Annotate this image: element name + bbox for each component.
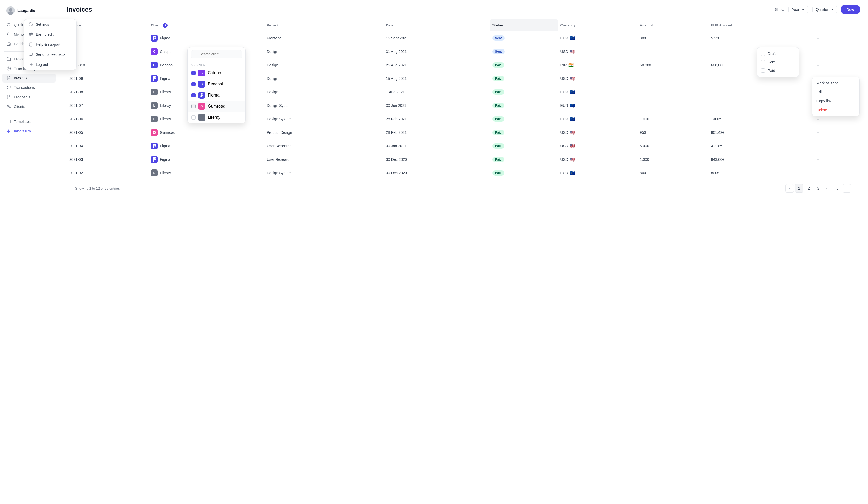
col-status[interactable]: Status: [490, 19, 558, 31]
user-menu-trigger[interactable]: Laugardie ···: [2, 4, 56, 17]
cell-currency: USD 🇺🇸: [558, 153, 637, 166]
menu-item-help[interactable]: Help & support: [24, 39, 76, 50]
menu-item-feedback[interactable]: Send us feedback: [24, 50, 76, 60]
cell-row-actions: ···: [811, 59, 859, 72]
client-avatar-gumroad: G: [198, 103, 205, 110]
client-search-box: [188, 47, 245, 61]
sidebar-item-transactions[interactable]: Transactions: [2, 83, 56, 92]
client-option-figma[interactable]: Figma: [188, 90, 245, 101]
status-badge: Sent: [493, 49, 505, 54]
status-label-paid: Paid: [768, 69, 775, 73]
table-row: 2021-07 L Liferay Design System 30 Jun 2…: [67, 99, 859, 112]
table-row: 2021-010 B Beecool Design 25 Aug 2021 Pa…: [67, 59, 859, 72]
client-search-input[interactable]: [191, 50, 242, 58]
row-more-dots[interactable]: ···: [814, 62, 821, 68]
currency-code: USD: [560, 144, 568, 148]
action-copy-link[interactable]: Copy link: [812, 96, 859, 105]
new-invoice-button[interactable]: New: [841, 5, 859, 14]
book-icon: [28, 42, 33, 47]
sidebar-item-inbolt-pro[interactable]: Inbolt Pro: [2, 127, 56, 136]
status-badge: Paid: [493, 76, 504, 81]
client-name: Calquo: [160, 50, 172, 54]
refresh-cw-icon: [6, 85, 11, 90]
invoice-link[interactable]: 2021-03: [69, 157, 83, 161]
page-buttons: ‹ 1 2 3 ··· 5 ›: [785, 184, 851, 192]
client-checkbox-liferay[interactable]: [191, 115, 196, 119]
status-option-draft[interactable]: Draft: [757, 50, 799, 58]
status-checkbox-sent[interactable]: [761, 60, 765, 64]
status-checkbox-paid[interactable]: [761, 69, 765, 73]
row-more-dots[interactable]: ···: [814, 156, 821, 162]
row-more-dots[interactable]: ···: [814, 143, 821, 149]
client-name: Liferay: [160, 90, 171, 94]
next-page-button[interactable]: ›: [843, 184, 851, 192]
invoice-link[interactable]: 2021-08: [69, 90, 83, 94]
client-option-liferay[interactable]: L Liferay: [188, 112, 245, 123]
client-checkbox-gumroad[interactable]: [191, 104, 196, 108]
client-checkbox-figma[interactable]: [191, 93, 196, 97]
client-avatar: L: [151, 102, 158, 109]
col-more-dots[interactable]: ···: [814, 22, 821, 28]
page-2-button[interactable]: 2: [805, 184, 813, 192]
client-avatar-liferay: L: [198, 114, 205, 121]
page-1-button[interactable]: 1: [795, 184, 804, 192]
status-option-sent[interactable]: Sent: [757, 58, 799, 66]
col-client[interactable]: Client 3: [148, 19, 264, 31]
quarter-dropdown[interactable]: Quarter: [813, 6, 837, 13]
client-option-beecool[interactable]: B Beecool: [188, 78, 245, 90]
cell-project: Frontend: [264, 31, 383, 45]
row-more-dots[interactable]: ···: [814, 116, 821, 122]
client-checkbox-calquo[interactable]: [191, 71, 196, 75]
prev-page-button[interactable]: ‹: [785, 184, 794, 192]
invoice-link[interactable]: 2021-04: [69, 144, 83, 148]
client-name: Liferay: [160, 103, 171, 108]
row-more-dots[interactable]: ···: [814, 35, 821, 41]
client-checkbox-beecool[interactable]: [191, 82, 196, 86]
cell-amount: 1.000: [637, 153, 709, 166]
svg-point-7: [8, 105, 9, 106]
year-dropdown[interactable]: Year: [788, 6, 808, 13]
cell-amount: -: [637, 45, 709, 59]
row-more-dots[interactable]: ···: [814, 49, 821, 55]
cell-amount: 950: [637, 126, 709, 139]
sidebar-item-invoices[interactable]: Invoices: [2, 74, 56, 83]
row-more-dots[interactable]: ···: [814, 129, 821, 136]
cell-row-actions: ···: [811, 126, 859, 139]
cell-project: Product Design: [264, 126, 383, 139]
menu-item-logout[interactable]: Log out: [24, 60, 76, 70]
invoice-link[interactable]: 2021-02: [69, 171, 83, 175]
cell-client: L Liferay: [148, 166, 264, 180]
page-5-button[interactable]: 5: [833, 184, 841, 192]
invoice-link[interactable]: 2021-05: [69, 130, 83, 135]
currency-code: EUR: [560, 171, 568, 175]
client-option-calquo[interactable]: C Calquo: [188, 67, 245, 78]
action-delete[interactable]: Delete: [812, 105, 859, 115]
currency-code: EUR: [560, 90, 568, 94]
cell-date: 31 Aug 2021: [383, 45, 489, 59]
sidebar-item-templates[interactable]: Templates: [2, 117, 56, 126]
row-more-dots[interactable]: ···: [814, 170, 821, 176]
cell-eur-amount: 4.218€: [709, 139, 811, 153]
invoice-link[interactable]: 2021-06: [69, 117, 83, 121]
menu-item-earn-credit[interactable]: Earn credit: [24, 29, 76, 39]
currency-flag: 🇪🇺: [570, 36, 575, 41]
invoice-link[interactable]: 2021-07: [69, 103, 83, 108]
currency-flag: 🇺🇸: [570, 49, 575, 54]
action-edit[interactable]: Edit: [812, 87, 859, 96]
client-option-gumroad[interactable]: G Gumroad: [188, 101, 245, 112]
user-menu-dots[interactable]: ···: [45, 8, 52, 14]
page-3-button[interactable]: 3: [814, 184, 823, 192]
cell-date: 25 Aug 2021: [383, 59, 489, 72]
client-name: Figma: [160, 144, 170, 148]
status-checkbox-draft[interactable]: [761, 52, 765, 56]
action-mark-sent[interactable]: Mark as sent: [812, 78, 859, 87]
sidebar-item-proposals[interactable]: Proposals: [2, 93, 56, 102]
sidebar-item-clients[interactable]: Clients: [2, 102, 56, 111]
message-square-icon: [28, 52, 33, 57]
invoice-link[interactable]: 2021-09: [69, 76, 83, 81]
cell-amount: 800: [637, 31, 709, 45]
currency-code: USD: [560, 157, 568, 161]
menu-item-settings[interactable]: Settings: [24, 19, 76, 29]
status-option-paid[interactable]: Paid: [757, 66, 799, 75]
cell-date: 30 Jun 2021: [383, 99, 489, 112]
